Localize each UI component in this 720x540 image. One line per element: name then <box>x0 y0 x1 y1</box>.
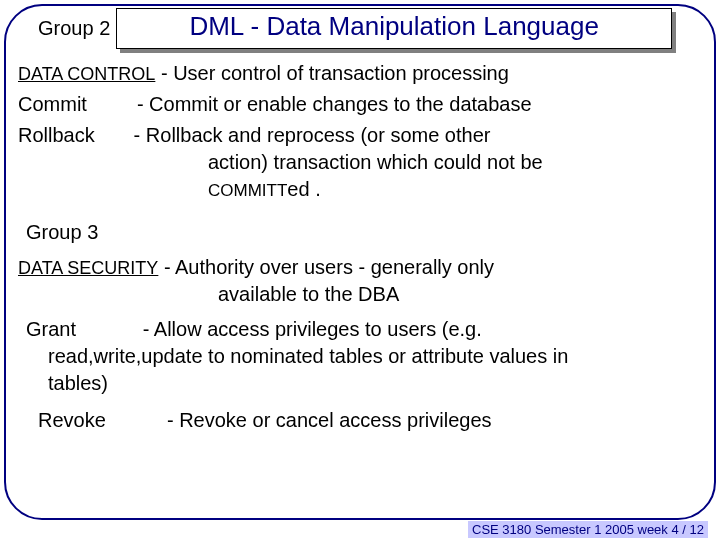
data-control-desc: - User control of transaction processing <box>155 62 509 84</box>
rollback-desc3: ed . <box>287 178 320 200</box>
revoke-line: Revoke - Revoke or cancel access privile… <box>38 408 702 433</box>
data-security-desc1: - Authority over users - generally only <box>158 256 494 278</box>
rollback-label: Rollback <box>18 124 95 146</box>
grant-desc1: - Allow access privileges to users (e.g. <box>143 318 482 340</box>
data-control-label: DATA CONTROL <box>18 64 155 84</box>
rollback-committed: COMMITT <box>208 181 287 200</box>
grant-line: Grant - Allow access privileges to users… <box>26 317 702 342</box>
commit-line: Commit - Commit or enable changes to the… <box>18 92 702 117</box>
rollback-desc2: action) transaction which could not be <box>208 151 543 173</box>
data-security-desc2: available to the DBA <box>218 283 399 305</box>
data-security-line2: available to the DBA <box>218 282 702 307</box>
rollback-line: Rollback - Rollback and reprocess (or so… <box>18 123 702 148</box>
group2-label: Group 2 <box>38 17 110 40</box>
slide-footer: CSE 3180 Semester 1 2005 week 4 / 12 <box>468 521 708 538</box>
commit-desc: - Commit or enable changes to the databa… <box>137 93 532 115</box>
data-security-label: DATA SECURITY <box>18 258 158 278</box>
slide-title: DML - Data Manipulation Language <box>189 11 599 41</box>
group3-label: Group 3 <box>26 220 702 245</box>
grant-desc3: tables) <box>48 372 108 394</box>
grant-desc2: read,write,update to nominated tables or… <box>48 345 568 367</box>
title-row: Group 2 DML - Data Manipulation Language <box>18 8 702 49</box>
revoke-label: Revoke <box>38 409 106 431</box>
rollback-desc1: - Rollback and reprocess (or some other <box>134 124 491 146</box>
rollback-line2: action) transaction which could not be <box>208 150 702 175</box>
grant-label: Grant <box>26 318 76 340</box>
grant-line3: tables) <box>48 371 702 396</box>
title-box: DML - Data Manipulation Language <box>116 8 672 49</box>
commit-label: Commit <box>18 93 87 115</box>
data-control-line: DATA CONTROL - User control of transacti… <box>18 61 702 86</box>
grant-line2: read,write,update to nominated tables or… <box>48 344 702 369</box>
revoke-desc: - Revoke or cancel access privileges <box>167 409 492 431</box>
rollback-line3: COMMITTed . <box>208 177 702 202</box>
slide-content: Group 2 DML - Data Manipulation Language… <box>18 8 702 439</box>
data-security-line: DATA SECURITY - Authority over users - g… <box>18 255 702 280</box>
